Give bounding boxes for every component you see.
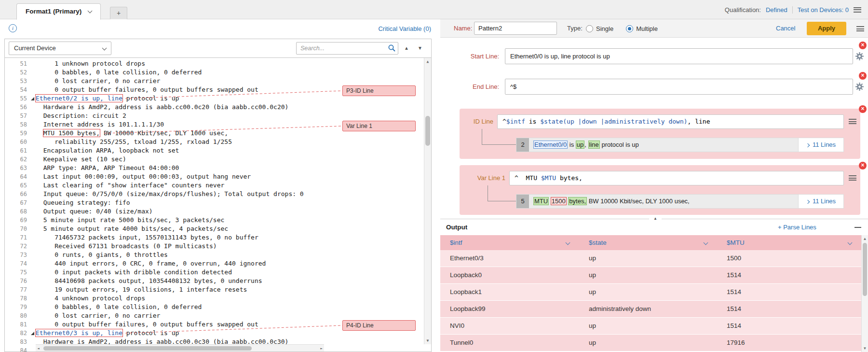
annotation-label[interactable]: P3-ID Line xyxy=(342,85,416,96)
vertical-scrollbar[interactable]: ▲ ▼ xyxy=(424,58,431,344)
output-row[interactable]: Loopback1up1514 xyxy=(440,284,861,301)
line-number: 71 xyxy=(5,233,36,242)
parse-lines-link[interactable]: + Parse Lines xyxy=(778,219,816,236)
var-line-pattern-input[interactable]: ^ MTU $MTU bytes, xyxy=(509,171,844,185)
add-tab-button[interactable]: + xyxy=(110,7,127,19)
search-input[interactable] xyxy=(296,42,398,55)
scroll-down-icon[interactable]: ▼ xyxy=(424,338,431,343)
chevron-down-icon[interactable] xyxy=(704,240,708,245)
code-text: Received 67131 broadcasts (0 IP multicas… xyxy=(36,242,217,250)
annotation-label[interactable]: Var Line 1 xyxy=(342,121,416,131)
horizontal-scrollbar[interactable]: ◄ ► xyxy=(36,344,324,352)
chevron-down-icon[interactable] xyxy=(848,240,853,245)
radio-multiple[interactable] xyxy=(626,25,633,32)
vertical-scrollbar-thumb[interactable] xyxy=(425,116,430,146)
line-number: 82 xyxy=(5,329,36,338)
remove-end-line-icon[interactable]: × xyxy=(859,72,867,80)
output-row[interactable]: Loopback0up1514 xyxy=(440,267,861,284)
remove-start-line-icon[interactable]: × xyxy=(859,42,867,49)
type-option-single[interactable]: Single xyxy=(586,25,613,32)
id-line-lines-button[interactable]: 11 Lines xyxy=(798,138,843,152)
line-number-value: 79 xyxy=(20,304,27,310)
fold-caret-icon[interactable] xyxy=(31,97,34,100)
test-on-devices-link[interactable]: Test on Devices: 0 xyxy=(798,6,849,14)
chevron-down-icon[interactable] xyxy=(566,240,570,245)
output-cell: NVI0 xyxy=(440,318,579,334)
chevron-down-icon xyxy=(88,9,93,14)
remove-id-line-icon[interactable]: × xyxy=(859,105,867,113)
output-row[interactable]: Loopback99administratively down1514 xyxy=(440,301,861,318)
scroll-down-icon[interactable]: ▼ xyxy=(862,346,868,351)
info-icon[interactable]: i xyxy=(9,24,17,32)
scroll-right-icon[interactable]: ► xyxy=(320,346,323,351)
top-bar: Format1 (Primary) + Qualification: Defin… xyxy=(0,0,868,19)
id-line-preview-row: 2 Ethernet0/0 is up, line protocol is up… xyxy=(516,138,844,152)
var-line-menu-icon[interactable] xyxy=(849,175,856,181)
token-m-green: MTU xyxy=(534,197,548,205)
start-line-input[interactable] xyxy=(505,48,853,64)
search-icon[interactable] xyxy=(388,44,396,52)
token-m-blue: Ethernet0/0 xyxy=(534,141,567,148)
output-scrollbar[interactable]: ▲ ▼ xyxy=(861,235,868,352)
tab-format1[interactable]: Format1 (Primary) xyxy=(16,3,101,20)
code-text: 5 minute input rate 5000 bits/sec, 3 pac… xyxy=(36,216,224,224)
search-prev-button[interactable]: ▲ xyxy=(404,45,409,51)
token-text: BW 10000 Kbit/sec, DLY 1000 usec, xyxy=(586,197,690,205)
horizontal-scrollbar-thumb[interactable] xyxy=(43,346,252,351)
name-input[interactable] xyxy=(474,22,557,35)
var-line-lines-button[interactable]: 11 Lines xyxy=(798,195,843,208)
annotation-label[interactable]: P4-ID Line xyxy=(342,320,416,331)
code-line-text: 0 input packets with dribble condition d… xyxy=(36,268,232,277)
output-row[interactable]: NVI0up1514 xyxy=(440,318,861,335)
scroll-up-icon[interactable]: ▲ xyxy=(424,59,431,64)
code-line-text: Hardware is AmdP2, address is aabb.cc00.… xyxy=(36,103,288,112)
start-line-settings-icon[interactable] xyxy=(855,52,864,60)
fold-caret-icon[interactable] xyxy=(31,332,34,335)
output-row[interactable]: Ethernet0/3up1500 xyxy=(440,250,861,267)
line-number: 66 xyxy=(5,190,36,198)
column-header-label: $MTU xyxy=(727,239,745,246)
menu-icon[interactable] xyxy=(854,7,861,13)
code-line-text: 84410698 packets output, 10354408132 byt… xyxy=(36,277,262,285)
apply-button[interactable]: Apply xyxy=(807,22,846,35)
remove-var-line-icon[interactable]: × xyxy=(859,162,867,169)
code-text: 71465732 packets input, 15570131143 byte… xyxy=(36,234,258,241)
id-line-menu-icon[interactable] xyxy=(849,119,856,124)
line-number: 58 xyxy=(5,120,36,129)
code-line: 64 Last input 00:00:09, output 00:00:03,… xyxy=(5,172,424,181)
line-number: 79 xyxy=(5,303,36,311)
output-scrollbar-thumb[interactable] xyxy=(863,243,867,296)
end-line-input[interactable] xyxy=(505,79,853,95)
column-header-state[interactable]: $state xyxy=(579,235,717,250)
column-header-intf[interactable]: $intf xyxy=(440,235,579,250)
collapse-panel-icon[interactable]: ▲ xyxy=(649,216,662,221)
minimize-icon[interactable] xyxy=(854,227,861,228)
output-row[interactable]: Tunnel0up17916 xyxy=(440,335,861,352)
device-selector[interactable]: Current Device xyxy=(9,42,111,55)
token-text xyxy=(548,197,551,205)
id-line-pattern-input[interactable]: ^$intf is $state(up |down |administrativ… xyxy=(497,114,844,129)
column-header-MTU[interactable]: $MTU xyxy=(717,235,861,250)
line-number: 64 xyxy=(5,172,36,181)
qualification-defined-link[interactable]: Defined xyxy=(766,6,787,14)
code-line: 74 440 input errors, 0 CRC, 0 frame, 0 o… xyxy=(5,259,424,268)
cancel-button[interactable]: Cancel xyxy=(776,19,795,38)
scroll-left-icon[interactable]: ◄ xyxy=(37,346,40,351)
critical-variable-link[interactable]: Critical Variable (0) xyxy=(378,23,431,35)
code-line-text: MTU 1500 bytes, BW 10000 Kbit/sec, DLY 1… xyxy=(36,129,228,138)
code-line-text: Ethernet0/3 is up, line protocol is up xyxy=(36,329,179,338)
line-number-value: 52 xyxy=(20,69,27,76)
line-number-value: 77 xyxy=(20,286,27,293)
type-option-multiple[interactable]: Multiple xyxy=(626,25,658,32)
output-cell: 1514 xyxy=(717,267,861,283)
end-line-settings-icon[interactable] xyxy=(855,83,864,91)
divider xyxy=(792,6,793,14)
code-line-text: 0 babbles, 0 late collision, 0 deferred xyxy=(36,303,202,311)
radio-single[interactable] xyxy=(586,25,593,32)
line-number-value: 82 xyxy=(20,330,27,337)
pattern-menu-icon[interactable] xyxy=(856,26,864,31)
code-text: 0 runts, 0 giants, 0 throttles xyxy=(36,251,168,258)
search-next-button[interactable]: ▼ xyxy=(418,45,422,51)
scroll-up-icon[interactable]: ▲ xyxy=(862,237,868,241)
code-line: 52 0 babbles, 0 late collision, 0 deferr… xyxy=(5,68,424,77)
